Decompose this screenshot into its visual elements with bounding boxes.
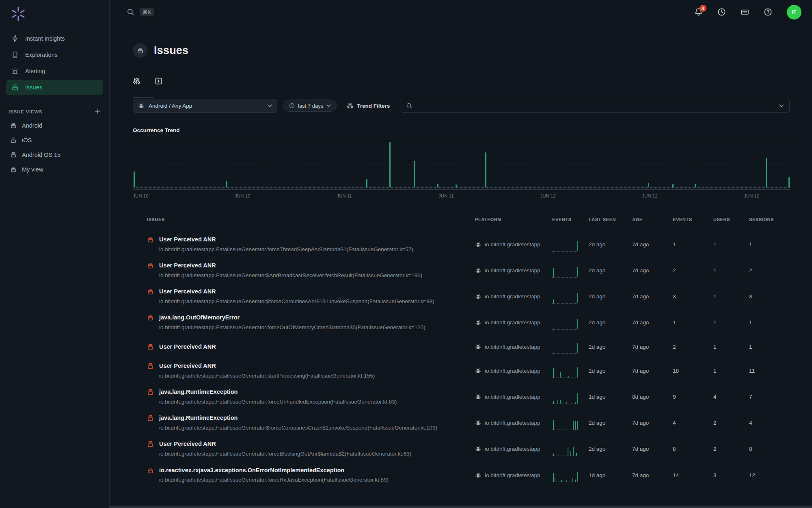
table-row[interactable]: java.lang.OutOfMemoryError io.bitdrift.g… (147, 310, 790, 336)
page-archive-icon (133, 43, 147, 58)
horizontal-scrollbar[interactable] (110, 506, 812, 508)
app-root: Instant Insights Explorations Alerting I… (0, 0, 812, 508)
age-value: 7d ago (632, 319, 673, 326)
sidebar: Instant Insights Explorations Alerting I… (0, 0, 110, 508)
table-row[interactable]: io.reactivex.rxjava3.exceptions.OnErrorN… (147, 462, 790, 488)
android-icon (475, 344, 481, 350)
issue-views-heading: ISSUE VIEWS (9, 109, 43, 114)
lightning-icon (11, 35, 19, 42)
issue-box-icon (147, 343, 154, 350)
col-header-users: USERS (713, 217, 749, 222)
sessions-count: 3 (749, 293, 790, 300)
issue-location: io.bitdrift.gradletestapp.FatalIssueGene… (159, 398, 467, 406)
add-panel-button[interactable] (155, 75, 172, 87)
table-body: User Perceived ANR io.bitdrift.gradletes… (147, 232, 790, 488)
view-item-label: Android (22, 122, 42, 129)
table-row[interactable]: User Perceived ANR io.bitdrift.gradletes… (147, 358, 790, 384)
sessions-count: 1 (749, 241, 790, 247)
archive-box-icon (10, 166, 17, 173)
table-row[interactable]: User Perceived ANR io.bitdrift.gradletes… (147, 436, 790, 462)
users-count: 1 (713, 344, 749, 350)
last-seen-value: 2d ago (589, 267, 632, 274)
android-icon (475, 267, 481, 274)
issue-location: io.bitdrift.gradletestapp.FatalIssueGene… (159, 272, 467, 279)
table-row[interactable]: User Perceived ANR io.bitdrift.gradletes… (147, 232, 790, 258)
chart-x-axis: JUN 10JUN 10JUN 11JUN 11JUN 12JUN 12JUN … (133, 193, 790, 201)
last-seen-value: 2d ago (589, 368, 632, 374)
last-seen-value: 2d ago (589, 241, 632, 247)
col-header-age: AGE (632, 217, 673, 222)
notifications-button[interactable]: 4 (694, 8, 703, 16)
sidebar-item-instant-insights[interactable]: Instant Insights (6, 31, 103, 46)
table-row[interactable]: User Perceived ANR io.bitdrift.gradletes… (147, 336, 790, 358)
issue-box-icon (147, 236, 154, 243)
time-range-dropdown[interactable]: last 7 days (283, 100, 337, 112)
age-value: 7d ago (632, 267, 673, 274)
trend-filters-button[interactable]: Trend Filters (343, 100, 394, 112)
last-seen-value: 1d ago (589, 472, 632, 478)
issue-title: java.lang.RuntimeException (159, 388, 238, 396)
view-item-label: Android OS 15 (22, 152, 60, 158)
events-count: 2 (673, 344, 713, 350)
last-seen-value: 2d ago (589, 319, 632, 326)
platform-package: io.bitdrift.gradletestapp (485, 368, 540, 374)
users-count: 1 (713, 293, 749, 300)
issue-title: java.lang.OutOfMemoryError (159, 314, 240, 321)
age-value: 7d ago (632, 446, 673, 452)
sidebar-view-ios[interactable]: iOS (6, 133, 103, 148)
issue-search-input[interactable] (400, 99, 790, 113)
users-count: 1 (713, 368, 749, 374)
brand-logo-icon[interactable] (10, 6, 26, 22)
keyboard-button[interactable] (741, 8, 749, 16)
avatar[interactable]: IF (787, 5, 801, 20)
sidebar-view-my-view[interactable]: My view (6, 162, 103, 177)
events-count: 8 (673, 446, 713, 452)
last-seen-value: 2d ago (589, 446, 632, 452)
col-header-events-trend: EVENTS (552, 217, 589, 222)
android-icon (475, 368, 481, 374)
sidebar-item-issues[interactable]: Issues (6, 80, 103, 95)
sidebar-view-android-os-15[interactable]: Android OS 15 (6, 148, 103, 162)
keyboard-shortcut-badge: ⌘K (140, 8, 154, 16)
archive-box-icon (10, 122, 17, 129)
alarm-icon (11, 67, 19, 75)
help-button[interactable] (764, 8, 772, 16)
android-icon (475, 446, 481, 452)
platform-package: io.bitdrift.gradletestapp (485, 420, 540, 426)
events-count: 14 (673, 472, 713, 478)
global-search-button[interactable]: ⌘K (127, 8, 154, 16)
sessions-count: 11 (749, 368, 790, 374)
android-icon (475, 472, 481, 478)
issue-title: User Perceived ANR (159, 343, 216, 351)
sidebar-view-android[interactable]: Android (6, 118, 103, 133)
events-sparkline (552, 390, 578, 404)
android-icon (138, 103, 144, 109)
app-selector-dropdown[interactable]: Android / Any App (133, 99, 277, 113)
last-seen-value: 2d ago (589, 420, 632, 426)
filters-tab-button[interactable] (133, 75, 150, 87)
history-clock-button[interactable] (717, 8, 726, 16)
issue-box-icon (147, 262, 154, 269)
issues-table: ISSUES PLATFORM EVENTS LAST SEEN AGE EVE… (147, 217, 790, 488)
table-row[interactable]: java.lang.RuntimeException io.bitdrift.g… (147, 410, 790, 436)
sidebar-item-alerting[interactable]: Alerting (6, 63, 103, 79)
users-count: 1 (713, 319, 749, 326)
sidebar-item-explorations[interactable]: Explorations (6, 47, 103, 63)
sessions-count: 8 (749, 446, 790, 452)
table-row[interactable]: java.lang.RuntimeException io.bitdrift.g… (147, 384, 790, 410)
users-count: 4 (713, 394, 749, 400)
issue-title: User Perceived ANR (159, 236, 216, 243)
events-count: 4 (673, 420, 713, 426)
platform-package: io.bitdrift.gradletestapp (485, 319, 540, 326)
sessions-count: 4 (749, 420, 790, 426)
table-row[interactable]: User Perceived ANR io.bitdrift.gradletes… (147, 258, 790, 284)
android-icon (475, 420, 481, 426)
sessions-count: 12 (749, 472, 790, 478)
add-view-button[interactable] (94, 109, 101, 115)
phone-icon (11, 51, 19, 59)
search-icon (127, 8, 134, 16)
notification-count-badge: 4 (700, 5, 706, 12)
chevron-down-icon[interactable] (779, 104, 784, 107)
table-row[interactable]: User Perceived ANR io.bitdrift.gradletes… (147, 284, 790, 310)
last-seen-value: 2d ago (589, 293, 632, 300)
